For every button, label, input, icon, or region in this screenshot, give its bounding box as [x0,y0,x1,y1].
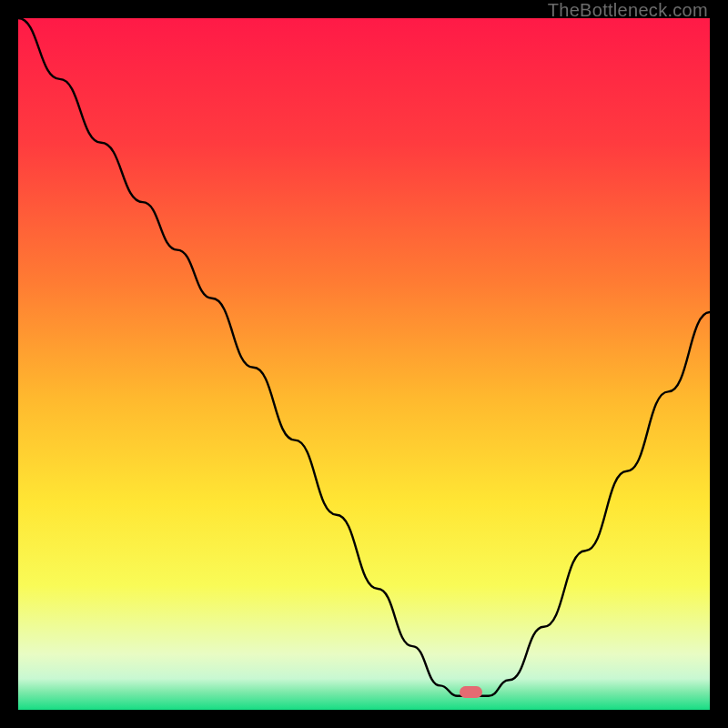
optimum-marker [460,686,482,698]
plot-area [18,18,710,710]
bottleneck-curve [18,18,710,710]
chart-container: TheBottleneck.com [0,0,728,728]
